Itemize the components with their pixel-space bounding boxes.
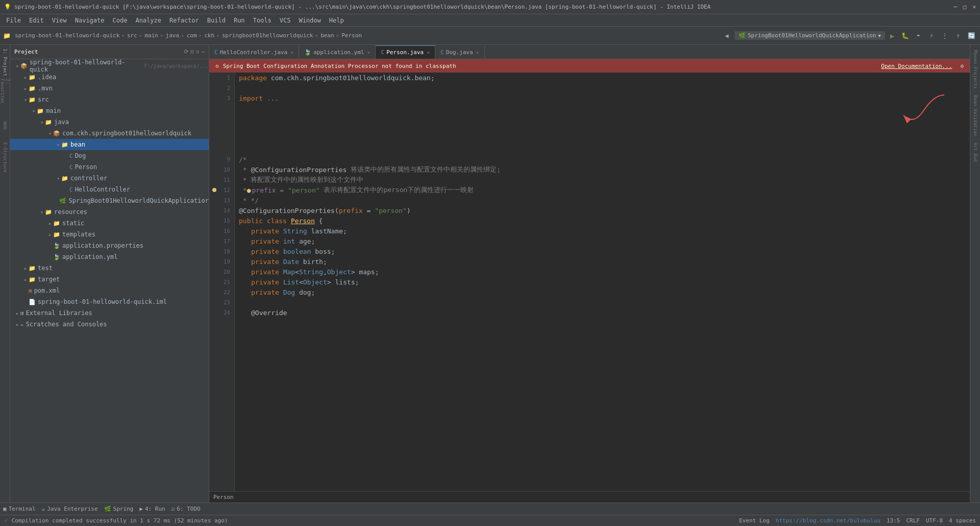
menu-build[interactable]: Build xyxy=(203,16,230,25)
tree-item-person[interactable]: ▸ C Person xyxy=(10,161,209,173)
comment-open: /* xyxy=(239,156,247,163)
breadcrumb-src[interactable]: src xyxy=(127,32,137,39)
breadcrumb-ckh[interactable]: ckh xyxy=(204,32,214,39)
warning-settings-icon[interactable]: ⚙ xyxy=(960,63,964,69)
menu-navigate[interactable]: Navigate xyxy=(71,16,109,25)
left-icon-project[interactable]: 1: Project xyxy=(1,47,10,78)
breadcrumb-main[interactable]: main xyxy=(144,32,158,39)
tree-item-dog[interactable]: ▸ C Dog xyxy=(10,150,209,161)
run-config-dropdown[interactable]: ▼ xyxy=(878,33,881,38)
breadcrumb-package[interactable]: springboot01helloworldquick xyxy=(222,32,313,39)
menu-view[interactable]: View xyxy=(48,16,71,25)
menu-analyze[interactable]: Analyze xyxy=(131,16,165,25)
left-icon-web[interactable]: Web xyxy=(1,110,10,141)
run-button[interactable]: ▶ xyxy=(887,31,897,41)
menu-tools[interactable]: Tools xyxy=(249,16,276,25)
menu-vcs[interactable]: VCS xyxy=(276,16,295,25)
tree-item-springapp[interactable]: ▸ 🌿 SpringBoot01HelloworldQuickApplicati… xyxy=(10,195,209,206)
close-panel-icon[interactable]: — xyxy=(201,49,205,55)
tree-item-hellocontroller[interactable]: ▸ C HelloController xyxy=(10,184,209,195)
left-icon-favorites[interactable]: 2: Favorites xyxy=(1,79,10,109)
menu-code[interactable]: Code xyxy=(109,16,132,25)
tree-item-package[interactable]: ▾ 📦 com.ckh.springboot01helloworldquick xyxy=(10,128,209,139)
menu-file[interactable]: File xyxy=(2,16,25,25)
encoding-indicator[interactable]: UTF-8 xyxy=(926,517,943,524)
tree-label: .idea xyxy=(38,74,56,81)
tab-dog[interactable]: C Dog.java ✕ xyxy=(435,45,485,59)
tree-item-ext-libs[interactable]: ▸ ⊞ External Libraries xyxy=(10,307,209,319)
tree-item-target[interactable]: ▸ 📁 target xyxy=(10,274,209,285)
tree-item-idea[interactable]: ▸ 📁 .idea xyxy=(10,71,209,83)
right-icon-art-bud[interactable]: Art Bud xyxy=(972,139,979,165)
tree-item-main[interactable]: ▾ 📁 main xyxy=(10,105,209,116)
debug-button[interactable]: 🐛 xyxy=(899,30,911,41)
menu-edit[interactable]: Edit xyxy=(25,16,48,25)
menu-help[interactable]: Help xyxy=(325,16,348,25)
menu-window[interactable]: Window xyxy=(295,16,325,25)
toolbar-more[interactable]: ⋮ xyxy=(939,30,950,41)
toolbar-icon-back[interactable]: ◀ xyxy=(721,30,732,41)
open-documentation-link[interactable]: Open Documentation... xyxy=(881,63,952,69)
type-boolean: boolean xyxy=(283,248,315,255)
maximize-btn[interactable]: □ xyxy=(963,4,967,10)
code-content[interactable]: package com.ckh.springboot01helloworldqu… xyxy=(235,73,970,491)
menu-refactor[interactable]: Refactor xyxy=(165,16,203,25)
tree-item-test[interactable]: ▸ 📁 test xyxy=(10,262,209,274)
tab-application-yml[interactable]: 🍃 application.yml ✕ xyxy=(299,45,376,59)
tab-close-icon[interactable]: ✕ xyxy=(367,50,370,55)
coverage-button[interactable]: ☂ xyxy=(913,30,924,41)
right-icon-maven[interactable]: Maven Projects xyxy=(972,47,979,92)
java-enterprise-icon: ☕ xyxy=(42,506,45,512)
menu-run[interactable]: Run xyxy=(230,16,249,25)
tree-item-resources[interactable]: ▾ 📁 resources xyxy=(10,206,209,218)
tab-close-icon[interactable]: ✕ xyxy=(290,50,293,55)
tab-todo[interactable]: ☑ 6: TODO xyxy=(172,506,201,512)
tab-close-icon[interactable]: ✕ xyxy=(427,50,430,55)
breadcrumb-bean[interactable]: bean xyxy=(321,32,334,39)
minimize-btn[interactable]: ─ xyxy=(953,4,957,10)
iml-file-icon: 📄 xyxy=(29,299,36,305)
tree-item-src[interactable]: ▾ 📁 src xyxy=(10,94,209,105)
breadcrumb-project[interactable]: spring-boot-01-helloworld-quick xyxy=(15,32,119,39)
tab-hellocontroller[interactable]: C HelloController.java ✕ xyxy=(209,45,299,59)
tree-item-iml[interactable]: ▸ 📄 spring-boot-01-helloworld-quick.iml xyxy=(10,296,209,307)
java-file-icon: C xyxy=(69,186,73,193)
tree-item-pom[interactable]: ▸ m pom.xml xyxy=(10,285,209,296)
tab-close-icon[interactable]: ✕ xyxy=(476,50,479,55)
tree-item-root[interactable]: ▾ 📦 spring-boot-01-helloworld-quick F:/j… xyxy=(10,60,209,71)
tree-item-templates[interactable]: ▸ 📁 templates xyxy=(10,229,209,240)
right-icon-bean-validation[interactable]: Bean Validation xyxy=(972,92,979,139)
tab-person[interactable]: C Person.java ✕ xyxy=(376,45,435,59)
run-config-selector[interactable]: 🌿 SpringBoot01HelloworldQuickApplication… xyxy=(734,31,885,40)
tree-item-bean[interactable]: ▾ 📁 bean xyxy=(10,139,209,150)
toolbar-git[interactable]: ↑ xyxy=(952,30,964,41)
indent-indicator[interactable]: 4 spaces xyxy=(949,517,976,524)
tree-item-java[interactable]: ▾ 📁 java xyxy=(10,116,209,128)
tree-item-controller[interactable]: ▾ 📁 controller xyxy=(10,173,209,184)
tab-spring[interactable]: 🌿 Spring xyxy=(104,506,134,512)
sync-icon[interactable]: ⟳ xyxy=(184,49,188,55)
gear-icon[interactable]: ⚙ xyxy=(196,49,200,55)
tree-item-static[interactable]: ▸ 📁 static xyxy=(10,218,209,229)
collapse-icon[interactable]: ⊟ xyxy=(190,49,194,55)
breadcrumb-com[interactable]: com xyxy=(187,32,197,39)
tab-terminal[interactable]: ▣ Terminal xyxy=(3,506,36,512)
breadcrumb-java[interactable]: java xyxy=(166,32,180,39)
crlf-indicator[interactable]: CRLF xyxy=(906,517,920,524)
position-indicator[interactable]: 13:5 xyxy=(887,517,900,524)
warning-icon: ⚙ xyxy=(215,63,219,69)
tab-run[interactable]: ▶ 4: Run xyxy=(139,506,165,512)
tree-item-app-props[interactable]: ▸ 🍃 application.properties xyxy=(10,240,209,251)
tree-item-scratches[interactable]: ▸ ✏ Scratches and Consoles xyxy=(10,319,209,330)
toolbar-update[interactable]: 🔄 xyxy=(966,30,977,41)
left-icon-structure[interactable]: Z-Structure xyxy=(1,142,10,173)
breadcrumb-person[interactable]: Person xyxy=(341,32,362,39)
close-btn[interactable]: ✕ xyxy=(972,4,976,10)
profile-button[interactable]: ⚡ xyxy=(926,30,937,41)
tree-item-mvn[interactable]: ▸ 📁 .mvn xyxy=(10,83,209,94)
code-editor[interactable]: 1 2 3 9 10 11 12 13 14 15 16 17 xyxy=(209,73,970,491)
tab-java-enterprise[interactable]: ☕ Java Enterprise xyxy=(42,506,98,512)
tree-label: External Libraries xyxy=(26,309,92,317)
event-log-link[interactable]: Event Log xyxy=(739,517,770,524)
tree-item-app-yml[interactable]: ▸ 🍃 application.yml xyxy=(10,251,209,262)
